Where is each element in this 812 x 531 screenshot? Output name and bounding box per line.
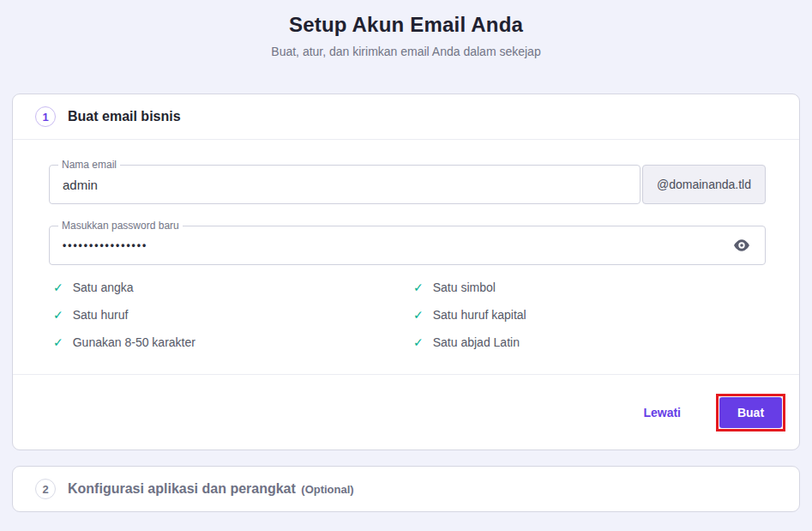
password-visibility-toggle[interactable] <box>731 234 753 256</box>
requirement-label: Satu angka <box>73 281 134 294</box>
email-name-label: Nama email <box>58 159 120 171</box>
check-icon: ✓ <box>413 308 424 322</box>
requirement-item: ✓ Gunakan 8-50 karakter <box>53 335 413 349</box>
password-requirements-list: ✓ Satu angka ✓ Satu huruf ✓ Gunakan 8-50… <box>49 281 766 349</box>
requirement-label: Satu abjad Latin <box>433 335 520 349</box>
requirement-label: Gunakan 8-50 karakter <box>73 335 195 349</box>
email-name-input[interactable] <box>50 166 640 203</box>
step2-title: Konfigurasi aplikasi dan perangkat (Opti… <box>68 481 354 497</box>
step1-card: 1 Buat email bisnis Nama email @domainan… <box>12 94 800 450</box>
step2-header: 2 Konfigurasi aplikasi dan perangkat (Op… <box>13 467 799 511</box>
step1-footer: Lewati Buat <box>13 374 799 450</box>
create-button[interactable]: Buat <box>719 397 782 428</box>
check-icon: ✓ <box>413 281 424 294</box>
password-field: Masukkan password baru <box>49 226 766 265</box>
requirement-label: Satu simbol <box>433 281 496 294</box>
page-title: Setup Akun Email Anda <box>0 13 812 37</box>
email-row: Nama email @domainanda.tld <box>49 165 766 204</box>
check-icon: ✓ <box>413 335 424 349</box>
page-header: Setup Akun Email Anda Buat, atur, dan ki… <box>0 0 812 59</box>
step2-card: 2 Konfigurasi aplikasi dan perangkat (Op… <box>12 466 800 512</box>
password-label: Masukkan password baru <box>58 220 183 232</box>
annotation-highlight-box: Buat <box>716 394 785 431</box>
requirement-label: Satu huruf kapital <box>433 308 526 322</box>
requirement-item: ✓ Satu huruf kapital <box>413 308 766 322</box>
step2-number-badge: 2 <box>35 479 56 499</box>
skip-button[interactable]: Lewati <box>643 406 681 419</box>
domain-suffix-box: @domainanda.tld <box>642 165 766 204</box>
requirement-item: ✓ Satu angka <box>53 281 413 294</box>
step1-title: Buat email bisnis <box>68 109 181 124</box>
eye-icon <box>732 238 751 253</box>
requirement-label: Satu huruf <box>73 308 129 322</box>
requirement-item: ✓ Satu simbol <box>413 281 766 294</box>
step1-header: 1 Buat email bisnis <box>13 94 799 140</box>
requirement-item: ✓ Satu abjad Latin <box>413 335 766 349</box>
check-icon: ✓ <box>53 281 63 294</box>
check-icon: ✓ <box>53 308 63 322</box>
check-icon: ✓ <box>53 335 63 349</box>
requirement-item: ✓ Satu huruf <box>53 308 413 322</box>
step1-body: Nama email @domainanda.tld Masukkan pass… <box>13 140 799 374</box>
page-subtitle: Buat, atur, dan kirimkan email Anda dala… <box>0 44 812 59</box>
step1-number-badge: 1 <box>35 106 56 127</box>
email-name-field: Nama email <box>49 165 641 204</box>
password-input[interactable] <box>50 226 765 264</box>
optional-label: (Optional) <box>301 483 353 496</box>
